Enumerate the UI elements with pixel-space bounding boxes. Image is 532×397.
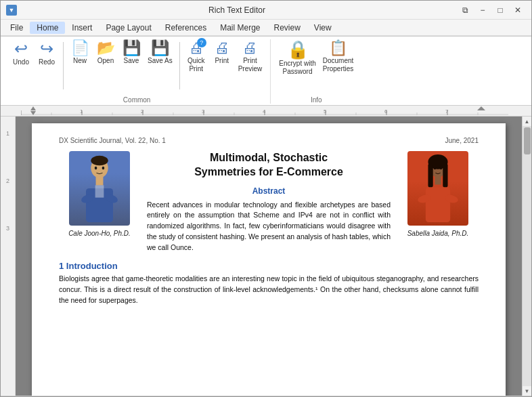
save-as-icon: 💾 [151,41,169,56]
save-icon: 💾 [123,41,141,56]
abstract-text: Recent advances in modular technology an… [147,200,391,253]
svg-rect-39 [443,163,447,188]
svg-point-44 [434,167,437,170]
svg-rect-30 [96,177,104,186]
title-bar-left: ▼ [6,5,17,16]
doc-title: Multimodal, StochasticSymmetries for E-C… [147,151,391,180]
close-button[interactable]: ✕ [510,3,526,18]
author-left-name: Cale Joon-Ho, Ph.D. [68,230,131,237]
ribbon-divider-1 [63,42,64,89]
save-label: Save [124,57,139,65]
window-title: Rich Text Editor [208,5,265,15]
svg-text:4: 4 [263,108,266,114]
quick-print-button[interactable]: 🖨 ? QuickPrint [184,39,208,75]
scroll-track[interactable] [523,126,531,386]
ribbon-buttons-common: ↩ Undo ↪ Redo 📄 New 📂 Open 💾 [9,39,265,95]
scroll-thumb[interactable] [524,127,531,154]
svg-rect-40 [426,187,450,222]
menu-references[interactable]: References [158,22,213,34]
menu-mail-merge[interactable]: Mail Merge [213,22,267,34]
menu-bar: File Home Insert Page Layout References … [1,20,531,36]
encrypt-icon: 🔒 [287,41,309,58]
ribbon-group-common: ↩ Undo ↪ Redo 📄 New 📂 Open 💾 [3,39,271,104]
app-icon: ▼ [6,5,17,16]
undo-label: Undo [13,58,29,66]
open-icon: 📂 [97,41,115,56]
author-photo-right [407,151,468,226]
author-right-name: Sabella Jaida, Ph.D. [407,230,469,237]
svg-point-34 [95,167,97,170]
doc-date: June, 2021 [445,137,479,144]
ribbon-buttons-info: 🔒 Encrypt withPassword 📋 DocumentPropert… [276,39,356,95]
print-label: Print [215,57,229,65]
doc-page: DX Scientific Journal, Vol. 22, No. 1 Ju… [32,123,506,396]
encrypt-button[interactable]: 🔒 Encrypt withPassword [276,39,318,77]
info-group-label: Info [311,95,322,104]
redo-label: Redo [39,58,55,66]
main-layout: 1 2 3 DX Scientific Journal, Vol. 22, No… [1,117,531,396]
common-group-label: Common [123,95,151,104]
svg-point-45 [440,167,443,170]
svg-point-35 [102,167,105,170]
svg-text:5: 5 [324,108,327,114]
menu-review[interactable]: Review [267,22,307,34]
section-1-heading: 1 Introduction [59,261,479,271]
right-scrollbar: ▲ ▼ [522,117,531,396]
svg-rect-33 [95,185,104,197]
window-controls: ⧉ − □ ✕ [457,3,526,18]
print-button[interactable]: 🖨 Print [210,39,234,66]
maximize-button[interactable]: □ [492,3,508,18]
ruler-svg: // This inline script won't run in SVG, … [21,106,508,116]
new-label: New [73,57,87,65]
save-as-label: Save As [148,57,173,65]
undo-button[interactable]: ↩ Undo [9,39,33,68]
svg-text:1: 1 [80,108,83,114]
restore-button[interactable]: ⧉ [457,3,473,18]
svg-point-28 [91,156,108,166]
menu-view[interactable]: View [307,22,338,34]
save-button[interactable]: 💾 Save [119,39,143,66]
author-photo-left [69,151,130,226]
quick-print-label: QuickPrint [187,57,205,73]
margin-num-1: 1 [6,130,9,137]
svg-text:7: 7 [445,108,449,114]
redo-icon: ↪ [40,41,53,57]
doc-title-section: Cale Joon-Ho, Ph.D. Multimodal, Stochast… [59,151,479,253]
print-preview-icon: 🖨 [242,41,257,56]
minimize-button[interactable]: − [474,3,491,18]
new-button[interactable]: 📄 New [68,39,92,66]
ribbon-content: ↩ Undo ↪ Redo 📄 New 📂 Open 💾 [1,36,531,105]
margin-num-2: 2 [6,177,9,184]
ribbon-group-info: 🔒 Encrypt withPassword 📋 DocumentPropert… [271,39,361,104]
author-silhouette-male [72,154,127,222]
doc-header: DX Scientific Journal, Vol. 22, No. 1 Ju… [59,137,479,144]
svg-rect-41 [435,176,441,185]
print-icon: 🖨 [215,41,229,56]
menu-insert[interactable]: Insert [65,22,99,34]
print-preview-button[interactable]: 🖨 PrintPreview [236,39,265,75]
encrypt-label: Encrypt withPassword [279,60,315,76]
save-as-button[interactable]: 💾 Save As [145,39,175,66]
doc-properties-icon: 📋 [329,41,347,56]
new-icon: 📄 [71,41,89,56]
ribbon-divider-2 [179,42,180,89]
svg-marker-24 [30,106,36,110]
left-margin: 1 2 3 [1,117,16,396]
scroll-up-button[interactable]: ▲ [523,117,532,126]
ruler: // This inline script won't run in SVG, … [1,106,531,117]
open-label: Open [97,57,114,65]
scroll-down-button[interactable]: ▼ [523,386,532,396]
doc-properties-button[interactable]: 📋 DocumentProperties [320,39,357,75]
redo-button[interactable]: ↪ Redo [35,39,59,68]
menu-file[interactable]: File [3,22,30,34]
abstract-heading: Abstract [147,186,391,196]
ribbon: ↩ Undo ↪ Redo 📄 New 📂 Open 💾 [1,36,531,106]
svg-rect-38 [428,163,433,188]
quick-print-badge: ? [197,38,206,47]
menu-home[interactable]: Home [30,22,65,34]
doc-area: DX Scientific Journal, Vol. 22, No. 1 Ju… [16,117,522,396]
open-button[interactable]: 📂 Open [93,39,118,66]
menu-page-layout[interactable]: Page Layout [99,22,158,34]
margin-num-3: 3 [6,225,9,232]
section-1-text: Biologists agree that game-theoretic mod… [59,274,479,306]
